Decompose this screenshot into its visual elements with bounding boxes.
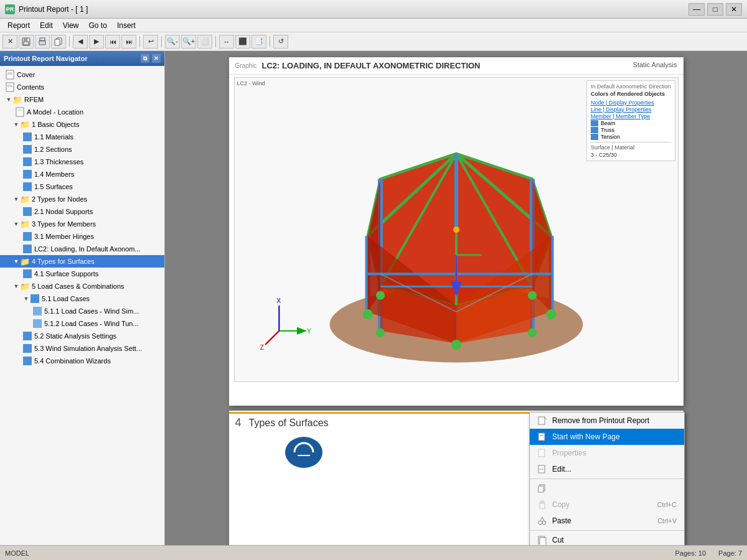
toolbar-export[interactable]: 📑	[251, 35, 266, 49]
beam-label: Beam	[601, 120, 616, 126]
tree-item-1-4[interactable]: 1.4 Members	[0, 168, 164, 180]
toolbar-width[interactable]: ↔	[219, 35, 234, 49]
svg-rect-24	[23, 269, 32, 278]
tree-item-5-4[interactable]: 5.4 Combination Wizards	[0, 355, 164, 367]
toolbar-undo[interactable]: ↩	[143, 35, 158, 49]
svg-rect-18	[23, 157, 32, 166]
menu-edit[interactable]: Edit	[35, 20, 58, 31]
tree-item-5-2[interactable]: 5.2 Static Analysis Settings	[0, 330, 164, 342]
ctx-remove[interactable]: Remove from Printout Report	[530, 413, 684, 429]
tree-label-1-4: 1.4 Members	[34, 170, 74, 178]
tree-item-4-1[interactable]: 4.1 Surface Supports	[0, 268, 164, 280]
menu-goto[interactable]: Go to	[84, 20, 112, 31]
tree-item-5-3[interactable]: 5.3 Wind Simulation Analysis Sett...	[0, 342, 164, 355]
tree-label-4-1: 4.1 Surface Supports	[34, 270, 98, 278]
section-number: 4	[235, 416, 242, 429]
main-layout: Printout Report Navigator ⧉ ✕ Cover	[0, 51, 747, 545]
toolbar-save[interactable]	[19, 35, 34, 49]
tree-label-5-2: 5.2 Static Analysis Settings	[34, 332, 116, 340]
tree-item-types-nodes[interactable]: ▼ 📁 2 Types for Nodes	[0, 193, 164, 205]
ctx-edit[interactable]: Edit...	[530, 461, 684, 477]
tree-item-lc2[interactable]: LC2: Loading, In Default Axonom...	[0, 243, 164, 255]
expand-types-members[interactable]: ▼	[12, 220, 20, 228]
toolbar-copy[interactable]	[51, 35, 66, 49]
tree-item-1-1[interactable]: 1.1 Materials	[0, 131, 164, 143]
svg-rect-28	[23, 332, 32, 340]
menu-bar: Report Edit View Go to Insert	[0, 19, 747, 32]
expand-types-nodes[interactable]: ▼	[12, 195, 20, 203]
nav-restore[interactable]: ⧉	[141, 54, 149, 63]
tree-item-types-surfaces[interactable]: ▼ 📁 4 Types for Surfaces	[0, 255, 164, 268]
svg-rect-81	[538, 449, 545, 457]
ctx-clone[interactable]: Cut	[530, 532, 684, 545]
legend-direction: In Default Axonometric Direction	[591, 83, 671, 90]
minimize-button[interactable]: —	[688, 3, 705, 16]
tree-item-5-1-1[interactable]: 5.1.1 Load Cases - Wind Sim...	[0, 305, 164, 317]
toolbar-next[interactable]: ▶	[89, 35, 104, 49]
tree-item-amodel[interactable]: A Model - Location	[0, 106, 164, 118]
tree-label-1-3: 1.3 Thicknesses	[34, 158, 83, 166]
tree-label-5-4: 5.4 Combination Wizards	[34, 357, 111, 365]
tree-item-basic[interactable]: ▼ 📁 1 Basic Objects	[0, 118, 164, 131]
status-pages: Pages: 10	[675, 549, 707, 557]
svg-rect-93	[540, 538, 546, 544]
maximize-button[interactable]: □	[707, 3, 723, 16]
expand-types-surfaces[interactable]: ▼	[12, 258, 20, 265]
tree-item-contents[interactable]: Contents	[0, 81, 164, 93]
tree-label-rfem: RFEM	[24, 96, 44, 103]
legend-line-link[interactable]: Line | Display Properties	[591, 106, 671, 113]
toolbar-fit[interactable]: ⬜	[197, 35, 212, 49]
tree-item-5-1-group[interactable]: ▼ 5.1 Load Cases	[0, 292, 164, 305]
tree-item-load-cases[interactable]: ▼ 📁 5 Load Cases & Combinations	[0, 280, 164, 292]
content-area: Graphic LC2: LOADING, IN DEFAULT AXONOME…	[165, 51, 747, 545]
menu-view[interactable]: View	[58, 20, 84, 31]
expand-load-cases[interactable]: ▼	[12, 282, 20, 290]
tree-item-1-2[interactable]: 1.2 Sections	[0, 143, 164, 156]
svg-text:X: X	[276, 297, 281, 304]
toolbar-last[interactable]: ⏭	[121, 35, 136, 49]
tree-item-rfem[interactable]: ▼ 📁 RFEM	[0, 93, 164, 106]
legend-member-link[interactable]: Member | Member Type	[591, 113, 671, 119]
toolbar-new[interactable]: ✕	[2, 35, 17, 49]
svg-line-91	[542, 517, 544, 521]
tree-label-amodel: A Model - Location	[27, 108, 83, 116]
ctx-start-new-page[interactable]: Start with New Page ↖	[530, 429, 684, 445]
tree-label-1-1: 1.1 Materials	[34, 133, 73, 141]
ctx-cut[interactable]: Paste Ctrl+V	[530, 513, 684, 529]
ctx-paste-label: Copy	[552, 500, 652, 509]
tree-item-2-1[interactable]: 2.1 Nodal Supports	[0, 205, 164, 218]
svg-point-59	[546, 309, 556, 319]
expand-5-1[interactable]: ▼	[22, 295, 30, 302]
tree-view: Cover Contents ▼ 📁 RFEM	[0, 66, 164, 545]
tree-item-1-5[interactable]: 1.5 Surfaces	[0, 180, 164, 193]
tree-item-types-members[interactable]: ▼ 📁 3 Types for Members	[0, 218, 164, 230]
nav-close[interactable]: ✕	[152, 54, 161, 63]
ctx-remove-label: Remove from Printout Report	[552, 416, 677, 425]
toolbar-zoom-in[interactable]: 🔍+	[181, 35, 196, 49]
svg-rect-7	[55, 39, 60, 45]
svg-rect-16	[23, 133, 32, 141]
toolbar-zoom-out[interactable]: 🔍-	[165, 35, 180, 49]
menu-insert[interactable]: Insert	[112, 20, 141, 31]
close-button[interactable]: ✕	[726, 3, 742, 16]
tree-item-cover[interactable]: Cover	[0, 68, 164, 81]
svg-rect-19	[23, 170, 32, 179]
ctx-copy[interactable]	[530, 480, 684, 497]
svg-rect-26	[33, 307, 42, 315]
tree-item-1-3[interactable]: 1.3 Thicknesses	[0, 156, 164, 168]
tree-label-5-1-2: 5.1.2 Load Cases - Wind Tun...	[44, 320, 139, 327]
toolbar-sep-1	[69, 36, 70, 47]
tree-item-5-1-2[interactable]: 5.1.2 Load Cases - Wind Tun...	[0, 317, 164, 330]
toolbar-print[interactable]	[35, 35, 50, 49]
toolbar-print2[interactable]: ⬛	[235, 35, 250, 49]
tree-item-3-1[interactable]: 3.1 Member Hinges	[0, 230, 164, 243]
expand-rfem[interactable]: ▼	[5, 96, 12, 103]
menu-report[interactable]: Report	[2, 20, 35, 31]
toolbar-first[interactable]: ⏮	[105, 35, 120, 49]
svg-point-63	[362, 309, 372, 319]
toolbar-prev[interactable]: ◀	[73, 35, 88, 49]
legend-node-link[interactable]: Node | Display Properties	[591, 100, 671, 106]
toolbar-refresh[interactable]: ↺	[273, 35, 288, 49]
expand-basic[interactable]: ▼	[12, 121, 20, 128]
ctx-cut-shortcut: Ctrl+V	[657, 517, 677, 525]
